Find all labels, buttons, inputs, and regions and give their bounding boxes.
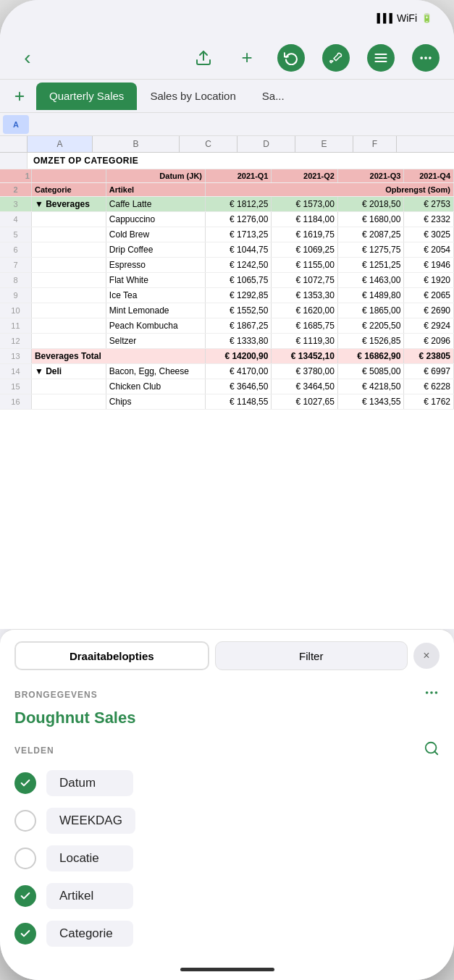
cell-11a[interactable] (31, 318, 106, 334)
cell-9c[interactable]: € 1292,85 (206, 288, 272, 303)
cell-8a[interactable] (31, 273, 106, 288)
cell-5e[interactable]: € 2087,25 (337, 227, 403, 242)
cell-15e[interactable]: € 4218,50 (337, 379, 403, 394)
cell-9f[interactable]: € 2065 (404, 288, 454, 303)
cell-3c[interactable]: € 1812,25 (206, 197, 272, 212)
cell-15f[interactable]: € 6228 (404, 379, 454, 394)
brongegevens-more-button[interactable] (424, 685, 440, 704)
cell-3d[interactable]: € 1573,00 (272, 197, 337, 212)
cell-10c[interactable]: € 1552,50 (206, 303, 272, 318)
cell-4f[interactable]: € 2332 (404, 212, 454, 227)
cell-13e[interactable]: € 16862,90 (337, 349, 403, 364)
cell-6d[interactable]: € 1069,25 (272, 242, 337, 258)
cell-9d[interactable]: € 1353,30 (272, 288, 337, 303)
cell-3f[interactable]: € 2753 (404, 197, 454, 212)
cell-16d[interactable]: € 1027,65 (272, 394, 337, 410)
categorie-label[interactable]: Categorie (46, 921, 133, 947)
cell-9e[interactable]: € 1489,80 (337, 288, 403, 303)
cell-12a[interactable] (31, 334, 106, 349)
artikel-label[interactable]: Artikel (46, 883, 133, 909)
cell-3b[interactable]: Caffe Latte (106, 197, 205, 212)
cell-1a[interactable] (31, 169, 106, 183)
cell-11f[interactable]: € 2924 (404, 318, 454, 334)
cell-10d[interactable]: € 1620,00 (272, 303, 337, 318)
cell-11d[interactable]: € 1685,75 (272, 318, 337, 334)
tab-sales-by-location[interactable]: Sales by Location (137, 83, 248, 110)
cell-9b[interactable]: Ice Tea (106, 288, 205, 303)
cell-12d[interactable]: € 1119,30 (272, 334, 337, 349)
col-header-b[interactable]: B (93, 136, 180, 152)
weekdag-label[interactable]: WEEKDAG (46, 808, 135, 834)
cell-14c[interactable]: € 4170,00 (206, 364, 272, 379)
cell-3e[interactable]: € 2018,50 (337, 197, 403, 212)
cell-5a[interactable] (31, 227, 106, 242)
cell-14a[interactable]: ▼ Deli (31, 364, 106, 379)
cell-16a[interactable] (31, 394, 106, 410)
tab-filter[interactable]: Filter (215, 641, 408, 670)
cell-8f[interactable]: € 1920 (404, 273, 454, 288)
cell-11b[interactable]: Peach Kombucha (106, 318, 205, 334)
col-header-c[interactable]: C (180, 136, 237, 152)
cell-2c[interactable]: Opbrengst (Som) (206, 183, 454, 197)
cell-13c[interactable]: € 14200,90 (206, 349, 272, 364)
cell-6f[interactable]: € 2054 (404, 242, 454, 258)
cell-1c[interactable]: 2021-Q1 (206, 169, 272, 183)
cell-7d[interactable]: € 1155,00 (272, 258, 337, 273)
cell-11c[interactable]: € 1867,25 (206, 318, 272, 334)
cell-1e[interactable]: 2021-Q3 (337, 169, 403, 183)
cell-12e[interactable]: € 1526,85 (337, 334, 403, 349)
cell-13d[interactable]: € 13452,10 (272, 349, 337, 364)
cell-16c[interactable]: € 1148,55 (206, 394, 272, 410)
datum-checkbox[interactable] (14, 772, 36, 794)
cell-7a[interactable] (31, 258, 106, 273)
col-header-e[interactable]: E (295, 136, 353, 152)
cell-6c[interactable]: € 1044,75 (206, 242, 272, 258)
cell-8e[interactable]: € 1463,00 (337, 273, 403, 288)
cell-4e[interactable]: € 1680,00 (337, 212, 403, 227)
cell-13f[interactable]: € 23805 (404, 349, 454, 364)
cell-1d[interactable]: 2021-Q2 (272, 169, 337, 183)
brush-button[interactable] (322, 44, 350, 72)
col-header-f[interactable]: F (353, 136, 397, 152)
add-sheet-button[interactable] (6, 83, 33, 110)
cell-15c[interactable]: € 3646,50 (206, 379, 272, 394)
cell-5b[interactable]: Cold Brew (106, 227, 205, 242)
back-button[interactable]: ‹ (14, 45, 41, 71)
cell-4c[interactable]: € 1276,00 (206, 212, 272, 227)
cell-4a[interactable] (31, 212, 106, 227)
cell-12b[interactable]: Seltzer (106, 334, 205, 349)
cell-10e[interactable]: € 1865,00 (337, 303, 403, 318)
cell-7c[interactable]: € 1242,50 (206, 258, 272, 273)
cell-6b[interactable]: Drip Coffee (106, 242, 205, 258)
cell-8b[interactable]: Flat White (106, 273, 205, 288)
artikel-checkbox[interactable] (14, 885, 36, 907)
menu-button[interactable] (367, 44, 395, 72)
cell-1f[interactable]: 2021-Q4 (404, 169, 454, 183)
cell-2b[interactable]: Artikel (106, 183, 205, 197)
cell-14f[interactable]: € 6997 (404, 364, 454, 379)
cell-9a[interactable] (31, 288, 106, 303)
cell-13a[interactable]: Beverages Total (31, 349, 205, 364)
add-button[interactable]: + (234, 45, 260, 71)
col-header-a[interactable]: A (28, 136, 93, 152)
cell-14b[interactable]: Bacon, Egg, Cheese (106, 364, 205, 379)
cell-8c[interactable]: € 1065,75 (206, 273, 272, 288)
cell-16b[interactable]: Chips (106, 394, 205, 410)
cell-12c[interactable]: € 1333,80 (206, 334, 272, 349)
locatie-checkbox[interactable] (14, 848, 36, 869)
cell-15b[interactable]: Chicken Club (106, 379, 205, 394)
categorie-checkbox[interactable] (14, 923, 36, 945)
cell-4b[interactable]: Cappuccino (106, 212, 205, 227)
cell-7e[interactable]: € 1251,25 (337, 258, 403, 273)
cell-10f[interactable]: € 2690 (404, 303, 454, 318)
tab-sa[interactable]: Sa... (249, 83, 298, 110)
cell-10b[interactable]: Mint Lemonade (106, 303, 205, 318)
cell-15d[interactable]: € 3464,50 (272, 379, 337, 394)
cell-7f[interactable]: € 1946 (404, 258, 454, 273)
cell-15a[interactable] (31, 379, 106, 394)
cell-16f[interactable]: € 1762 (404, 394, 454, 410)
cell-1b[interactable]: Datum (JK) (106, 169, 205, 183)
cell-10a[interactable] (31, 303, 106, 318)
cell-2a[interactable]: Categorie (31, 183, 106, 197)
close-button[interactable]: × (413, 643, 440, 669)
